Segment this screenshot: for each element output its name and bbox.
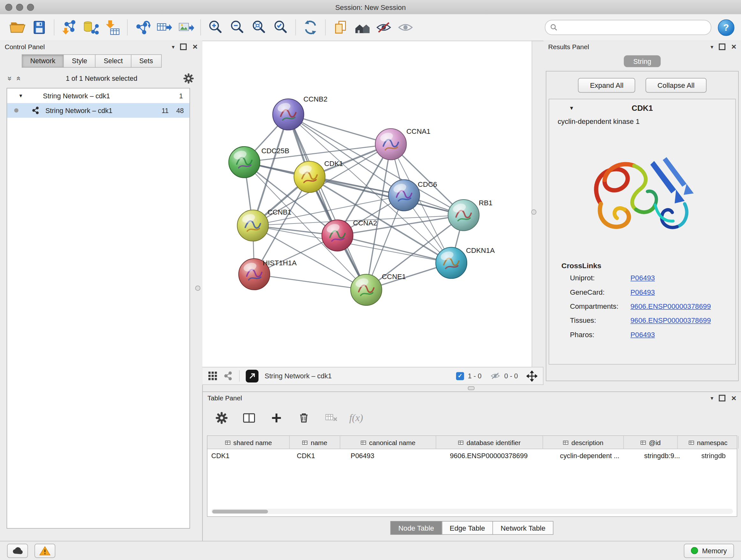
memory-button[interactable]: Memory (684, 543, 734, 557)
table-row[interactable]: CDK1CDK1P064939606.ENSP00000378699cyclin… (207, 449, 737, 462)
cloud-button[interactable] (7, 543, 28, 557)
maximize-panel-icon[interactable] (719, 44, 726, 50)
float-panel-icon[interactable]: ▾ (711, 395, 713, 401)
export-network-button[interactable] (131, 17, 153, 38)
import-network-file-button[interactable] (58, 17, 80, 38)
show-graphics-button[interactable] (395, 17, 416, 38)
network-node[interactable]: CCNB2 (273, 95, 327, 130)
export-table-button[interactable] (153, 17, 175, 38)
open-in-new-button[interactable] (246, 369, 259, 382)
network-node[interactable]: CCNE1 (351, 273, 406, 306)
close-panel-icon[interactable]: × (731, 394, 737, 402)
splitter-handle[interactable] (468, 386, 475, 390)
table-cell[interactable]: 9606.ENSP00000378699 (446, 449, 556, 462)
close-panel-icon[interactable]: × (192, 43, 198, 51)
collapse-all-button[interactable]: Collapse All (646, 78, 706, 92)
tab-network-table[interactable]: Network Table (493, 521, 554, 535)
column-header[interactable]: namespac (678, 436, 739, 449)
crosslink-link[interactable]: P06493 (630, 330, 655, 338)
add-column-button[interactable] (267, 408, 286, 427)
minimize-window-button[interactable] (16, 3, 23, 10)
close-window-button[interactable] (5, 3, 12, 10)
crosslink-link[interactable]: 9606.ENSP00000378699 (630, 302, 711, 310)
maximize-panel-icon[interactable] (719, 395, 726, 401)
zoom-window-button[interactable] (27, 3, 34, 10)
documents-button[interactable] (329, 17, 351, 38)
network-view-share-icon[interactable] (223, 371, 233, 381)
birds-eye-crosshair-icon[interactable] (527, 370, 537, 381)
zoom-out-button[interactable] (226, 17, 248, 38)
network-options-gear-icon[interactable] (183, 72, 195, 85)
table-cell[interactable]: P06493 (347, 449, 446, 462)
grid-view-icon[interactable] (208, 371, 218, 381)
column-header[interactable]: @id (624, 436, 678, 449)
tab-style[interactable]: Style (64, 54, 95, 67)
search-input[interactable] (561, 23, 706, 32)
tab-sets[interactable]: Sets (131, 54, 161, 67)
column-header[interactable]: description (543, 436, 624, 449)
column-header[interactable]: canonical name (340, 436, 436, 449)
network-view-canvas[interactable]: CCNB2CCNA1CDC25BCDK1CDC6RB1CCNB1CCNA2CDK… (202, 41, 532, 368)
zoom-selected-button[interactable] (270, 17, 292, 38)
export-image-button[interactable] (175, 17, 197, 38)
splitter-handle[interactable] (195, 286, 200, 291)
maximize-panel-icon[interactable] (180, 44, 187, 50)
tab-node-table[interactable]: Node Table (390, 521, 442, 535)
tab-edge-table[interactable]: Edge Table (442, 521, 493, 535)
tree-caret-icon[interactable]: ▼ (18, 93, 23, 98)
function-builder-button[interactable]: f(x) (349, 412, 363, 424)
warning-button[interactable] (35, 543, 55, 557)
network-edge[interactable] (254, 274, 366, 290)
delete-column-button[interactable] (294, 408, 313, 427)
delete-table-button[interactable] (322, 408, 340, 427)
zoom-fit-button[interactable] (248, 17, 270, 38)
show-columns-button[interactable] (240, 408, 259, 427)
splitter-handle[interactable] (531, 209, 536, 214)
network-edge[interactable] (288, 114, 391, 144)
crosslink-link[interactable]: P06493 (630, 288, 655, 296)
selected-checkbox[interactable]: ✓ (456, 372, 464, 380)
network-edge[interactable] (337, 235, 451, 263)
import-network-database-button[interactable] (80, 17, 102, 38)
collapse-all-icon[interactable]: » (6, 76, 13, 80)
network-node[interactable]: CDKN1A (435, 246, 495, 278)
table-settings-button[interactable] (212, 408, 231, 427)
import-table-button[interactable] (102, 17, 123, 38)
network-edge[interactable] (288, 114, 366, 290)
open-session-button[interactable] (7, 17, 28, 38)
crosslink-link[interactable]: 9606.ENSP00000378699 (630, 316, 711, 324)
network-node[interactable]: CCNA1 (375, 127, 430, 160)
cybrowser-button[interactable] (351, 17, 373, 38)
float-panel-icon[interactable]: ▾ (172, 44, 175, 50)
column-header[interactable]: database identifier (436, 436, 543, 449)
network-node[interactable]: CDK1 (294, 160, 343, 192)
crosslink-link[interactable]: P06493 (630, 273, 655, 282)
table-cell[interactable]: CDK1 (207, 449, 293, 462)
close-panel-icon[interactable]: × (731, 43, 737, 51)
help-button[interactable]: ? (718, 19, 734, 36)
table-cell[interactable]: stringdb:9... (641, 449, 697, 462)
network-node[interactable]: RB1 (448, 199, 492, 231)
expand-all-icon[interactable]: « (15, 76, 22, 80)
network-node[interactable]: CCNB1 (237, 208, 291, 241)
section-caret-icon[interactable]: ▼ (569, 105, 574, 111)
scrollbar-thumb[interactable] (212, 509, 268, 513)
table-cell[interactable]: cyclin-dependent ... (556, 449, 641, 462)
hide-graphics-button[interactable] (373, 17, 394, 38)
network-node[interactable]: CCNA2 (322, 219, 377, 251)
float-panel-icon[interactable]: ▾ (711, 44, 713, 50)
zoom-in-button[interactable] (205, 17, 226, 38)
table-cell[interactable]: CDK1 (293, 449, 347, 462)
tab-string[interactable]: String (624, 55, 661, 67)
apply-layout-button[interactable] (300, 17, 321, 38)
column-header[interactable]: name (290, 436, 340, 449)
tab-network[interactable]: Network (22, 54, 64, 67)
column-header[interactable]: shared name (207, 436, 290, 449)
table-cell[interactable]: stringdb (697, 449, 741, 462)
network-row[interactable]: String Network – cdk1 11 48 (7, 103, 190, 118)
network-node[interactable]: HIST1H1A (239, 259, 297, 290)
network-collection-row[interactable]: ▼ String Network – cdk1 1 (7, 88, 190, 103)
save-session-button[interactable] (28, 17, 50, 38)
tab-select[interactable]: Select (95, 54, 131, 67)
expand-all-button[interactable]: Expand All (578, 78, 635, 92)
